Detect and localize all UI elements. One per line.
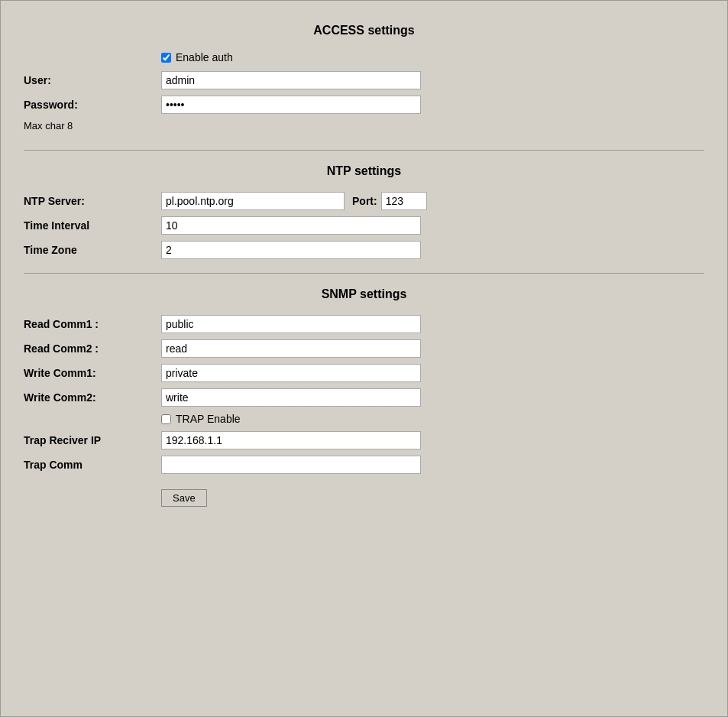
password-label: Password: (24, 99, 161, 111)
trap-receiver-ip-label: Trap Reciver IP (24, 434, 161, 446)
trap-comm-input[interactable] (161, 456, 421, 474)
enable-auth-row: Enable auth (161, 51, 704, 63)
write-comm1-label: Write Comm1: (24, 367, 161, 379)
user-label: User: (24, 74, 161, 86)
trap-comm-label: Trap Comm (24, 459, 161, 471)
password-row: Password: (24, 96, 704, 114)
snmp-title: SNMP settings (24, 287, 704, 301)
write-comm2-label: Write Comm2: (24, 391, 161, 404)
user-row: User: (24, 71, 704, 89)
write-comm2-input[interactable] (161, 388, 421, 407)
trap-enable-row: TRAP Enable (161, 413, 704, 425)
port-input[interactable] (381, 192, 427, 210)
trap-comm-row: Trap Comm (24, 456, 704, 474)
time-interval-row: Time Interval (24, 216, 704, 235)
ntp-server-label: NTP Server: (24, 195, 161, 207)
access-title: ACCESS settings (24, 24, 704, 37)
ntp-server-row: NTP Server: Port: (24, 192, 704, 210)
ntp-section: NTP settings NTP Server: Port: Time Inte… (24, 164, 704, 259)
read-comm2-row: Read Comm2 : (24, 339, 704, 358)
trap-enable-checkbox[interactable] (161, 414, 171, 424)
save-button[interactable]: Save (161, 489, 207, 507)
max-char-note: Max char 8 (24, 120, 73, 131)
page-wrapper: ACCESS settings Enable auth User: Passwo… (0, 0, 728, 717)
ntp-server-input[interactable] (161, 192, 345, 210)
time-interval-label: Time Interval (24, 219, 161, 232)
divider-2 (24, 273, 704, 274)
port-label: Port: (352, 195, 377, 207)
enable-auth-checkbox[interactable] (161, 53, 171, 63)
trap-enable-label: TRAP Enable (176, 413, 241, 425)
read-comm1-row: Read Comm1 : (24, 315, 704, 333)
access-section: ACCESS settings Enable auth User: Passwo… (24, 24, 704, 136)
divider-1 (24, 150, 704, 151)
write-comm2-row: Write Comm2: (24, 388, 704, 407)
write-comm1-row: Write Comm1: (24, 364, 704, 382)
save-row: Save (161, 489, 704, 507)
user-input[interactable] (161, 71, 421, 89)
read-comm2-input[interactable] (161, 339, 421, 358)
trap-receiver-ip-input[interactable] (161, 431, 421, 449)
snmp-section: SNMP settings Read Comm1 : Read Comm2 : … (24, 287, 704, 507)
time-zone-label: Time Zone (24, 244, 161, 256)
write-comm1-input[interactable] (161, 364, 421, 382)
max-char-row: Max char 8 (24, 120, 704, 136)
password-input[interactable] (161, 96, 421, 114)
trap-receiver-ip-row: Trap Reciver IP (24, 431, 704, 449)
time-zone-row: Time Zone (24, 241, 704, 259)
enable-auth-label: Enable auth (176, 51, 233, 63)
time-interval-input[interactable] (161, 216, 421, 235)
read-comm1-label: Read Comm1 : (24, 318, 161, 330)
read-comm1-input[interactable] (161, 315, 421, 333)
time-zone-input[interactable] (161, 241, 421, 259)
ntp-title: NTP settings (24, 164, 704, 178)
read-comm2-label: Read Comm2 : (24, 342, 161, 355)
